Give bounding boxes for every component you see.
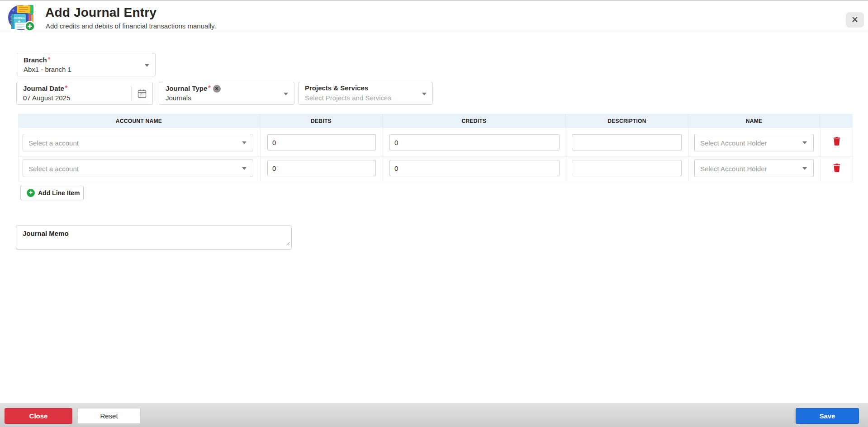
branch-label: Branch*	[24, 56, 50, 64]
account-holder-placeholder: Select Account Holder	[700, 139, 767, 146]
journal-type-label: Journal Type*✕	[166, 84, 221, 93]
column-header-account-name: ACCOUNT NAME	[18, 114, 260, 128]
page-subtitle: Add credits and debits of financial tran…	[46, 22, 216, 30]
required-asterisk: *	[48, 56, 50, 63]
column-header-debits: DEBITS	[260, 114, 383, 128]
dialog-header: JOURNAL Add Journal Entry Add credits an…	[0, 1, 868, 31]
projects-services-label: Projects & Services	[305, 84, 368, 92]
calendar-icon[interactable]	[137, 89, 147, 100]
account-name-placeholder: Select a account	[28, 139, 79, 146]
account-name-select[interactable]: Select a account	[23, 160, 253, 177]
page-title: Add Journal Entry	[45, 5, 157, 20]
chevron-down-icon	[284, 93, 288, 95]
close-button[interactable]: Close	[5, 408, 72, 424]
chevron-down-icon	[242, 167, 247, 170]
chevron-down-icon	[802, 167, 807, 170]
debits-input[interactable]	[267, 160, 376, 176]
line-items-table: ACCOUNT NAME DEBITS CREDITS DESCRIPTION …	[18, 114, 853, 181]
journal-date-label: Journal Date*	[23, 84, 67, 92]
dialog-close-button[interactable]: ✕	[846, 12, 864, 28]
add-line-item-button[interactable]: + Add Line Item	[20, 186, 84, 200]
account-holder-select[interactable]: Select Account Holder	[694, 160, 814, 177]
required-asterisk: *	[65, 84, 67, 91]
debits-input[interactable]	[267, 134, 376, 150]
journal-date-field[interactable]: Journal Date* 07 August 2025	[16, 82, 153, 105]
delete-row-button[interactable]	[832, 162, 842, 175]
column-header-credits: CREDITS	[383, 114, 566, 128]
svg-text:JOURNAL: JOURNAL	[14, 17, 26, 19]
chevron-down-icon	[802, 141, 807, 144]
account-holder-placeholder: Select Account Holder	[700, 164, 767, 172]
delete-row-button[interactable]	[832, 135, 842, 149]
plus-icon: +	[27, 189, 35, 197]
required-asterisk: *	[208, 84, 210, 91]
field-divider	[131, 86, 132, 101]
clear-selection-icon[interactable]: ✕	[213, 85, 221, 93]
chevron-down-icon	[145, 64, 149, 67]
account-name-placeholder: Select a account	[28, 164, 79, 172]
reset-button[interactable]: Reset	[77, 408, 141, 424]
journal-memo-textarea[interactable]: Journal Memo	[16, 225, 292, 249]
projects-services-select[interactable]: Projects & Services Select Projects and …	[298, 82, 433, 105]
table-row: Select a account Select Account Holder	[18, 128, 853, 156]
journal-memo-label: Journal Memo	[23, 230, 69, 237]
trash-icon	[834, 137, 840, 145]
branch-value: Abx1 - branch 1	[24, 66, 71, 73]
journal-date-value: 07 August 2025	[23, 94, 70, 102]
column-header-description: DESCRIPTION	[566, 114, 688, 128]
account-holder-select[interactable]: Select Account Holder	[694, 134, 814, 151]
resize-handle-icon[interactable]	[286, 239, 290, 248]
description-input[interactable]	[572, 160, 682, 176]
table-header-row: ACCOUNT NAME DEBITS CREDITS DESCRIPTION …	[18, 114, 853, 128]
add-line-item-label: Add Line Item	[38, 189, 80, 197]
description-input[interactable]	[572, 134, 682, 150]
dialog-footer: Close Reset Save	[0, 404, 868, 427]
chevron-down-icon	[242, 141, 247, 144]
credits-input[interactable]	[389, 160, 560, 176]
column-header-name: NAME	[688, 114, 820, 128]
journal-type-select[interactable]: Journal Type*✕ Journals	[159, 82, 294, 105]
add-journal-entry-dialog: JOURNAL Add Journal Entry Add credits an…	[0, 0, 868, 427]
journal-type-value: Journals	[166, 94, 191, 102]
table-row: Select a account Select Account Holder	[18, 156, 853, 181]
column-header-actions	[820, 114, 853, 128]
account-name-select[interactable]: Select a account	[23, 134, 253, 151]
branch-select[interactable]: Branch* Abx1 - branch 1	[17, 53, 156, 76]
chevron-down-icon	[422, 93, 427, 95]
projects-services-placeholder: Select Projects and Services	[305, 94, 391, 102]
save-button[interactable]: Save	[796, 408, 859, 424]
journal-add-icon: JOURNAL	[7, 4, 36, 32]
credits-input[interactable]	[389, 134, 560, 150]
trash-icon	[834, 164, 840, 172]
